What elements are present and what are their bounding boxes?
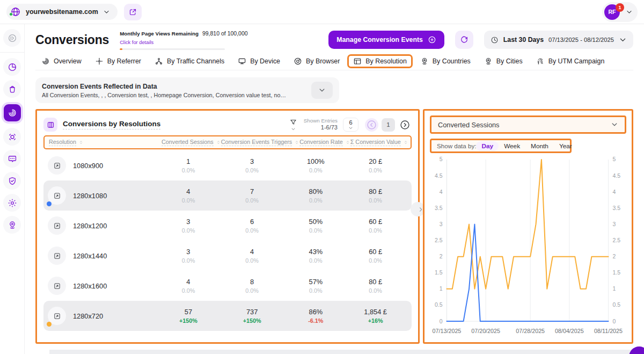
prev-page-button[interactable] bbox=[365, 118, 378, 132]
conversion-events-filter[interactable]: Conversion Events Reflected in Data All … bbox=[35, 77, 339, 103]
table-title: Conversions by Resolutions bbox=[63, 120, 160, 129]
chevron-down-icon bbox=[103, 9, 110, 16]
chevron-down-icon bbox=[318, 86, 326, 94]
tab-by-utm-campaign[interactable]: By UTM Campaign bbox=[530, 54, 611, 68]
tab-by-countries[interactable]: By Countries bbox=[414, 54, 477, 68]
website-selector[interactable]: yourwebsitename.com bbox=[6, 4, 118, 20]
tab-by-resolution[interactable]: By Resolution bbox=[347, 54, 412, 68]
table-row-1280x1440[interactable]: 1280x144030.0%40.0%43%0.0%60 £0.0% bbox=[43, 241, 412, 271]
next-page-button[interactable] bbox=[398, 118, 412, 132]
utm-icon bbox=[536, 57, 545, 66]
notification-badge: 1 bbox=[616, 3, 624, 12]
svg-text:3.5: 3.5 bbox=[613, 205, 621, 211]
date-range-picker[interactable]: Last 30 Days 07/13/2025 - 08/12/2025 bbox=[484, 31, 633, 49]
sidebar-item-shield-check[interactable] bbox=[3, 172, 21, 190]
pageviews-value: 99,810 of 100,000 bbox=[202, 30, 248, 37]
resize-icon bbox=[48, 156, 66, 175]
pageviews-widget: Monthly Page Views Remaining 99,810 of 1… bbox=[120, 30, 225, 50]
traffic-channels-icon bbox=[155, 57, 163, 66]
current-page[interactable]: 1 bbox=[382, 118, 395, 132]
expand-events-filter-button[interactable] bbox=[311, 82, 333, 99]
svg-text:3.5: 3.5 bbox=[435, 205, 443, 211]
sidebar-item-chat[interactable] bbox=[3, 150, 21, 168]
metric-change: 0.0% bbox=[216, 197, 288, 204]
metric-value: 6 bbox=[216, 218, 288, 226]
metric-change: 0.0% bbox=[216, 257, 288, 264]
sidebar-item-conversions-active[interactable] bbox=[2, 102, 23, 124]
table-body: 1080x90010.0%30.0%100%0.0%20 £0.0%1280x1… bbox=[43, 150, 412, 331]
sidebar-item-shopping-bag[interactable] bbox=[3, 80, 21, 98]
account-menu[interactable]: RF 1 bbox=[602, 2, 638, 22]
sort-icon bbox=[294, 140, 299, 145]
resize-icon bbox=[48, 247, 66, 265]
metric-change: +16% bbox=[343, 317, 407, 324]
table-row-1280x1200[interactable]: 1280x120030.0%60.0%50%0.0%60 £0.0% bbox=[43, 211, 412, 241]
column-header-converted-sessions[interactable]: Converted Sessions bbox=[162, 139, 221, 146]
sidebar-item-pie-chart[interactable] bbox=[3, 58, 21, 76]
page-size-select[interactable]: 6 bbox=[343, 118, 358, 132]
table-row-1280x1080[interactable]: 1280x108040.0%70.0%80%0.0%80 £0.0% bbox=[43, 180, 412, 211]
table-row-1280x720[interactable]: 1280x72057+150%737+150%86%-6.1%1,854 £+1… bbox=[43, 301, 412, 331]
metric-change: 0.0% bbox=[288, 287, 343, 294]
period-option-year[interactable]: Year bbox=[554, 141, 577, 151]
sidebar-item-collapse[interactable] bbox=[3, 29, 21, 47]
arrow-left-circle-icon bbox=[366, 119, 377, 131]
table-row-1280x1600[interactable]: 1280x160040.0%80.0%57%0.0%80 £0.0% bbox=[43, 271, 412, 301]
svg-text:4.5: 4.5 bbox=[613, 173, 621, 179]
overview-icon bbox=[41, 57, 50, 66]
pagination: 1 bbox=[365, 118, 412, 132]
open-website-button[interactable] bbox=[124, 4, 142, 20]
period-option-month[interactable]: Month bbox=[525, 141, 554, 151]
metric-change: 0.0% bbox=[288, 257, 343, 264]
column-header-conversion-events-triggers[interactable]: Conversion Events Triggers bbox=[221, 139, 300, 146]
pageviews-details-link[interactable]: Click for details bbox=[120, 40, 153, 45]
tab-by-browser[interactable]: By Browser bbox=[288, 54, 346, 68]
svg-text:4.5: 4.5 bbox=[435, 173, 443, 179]
metric-value: 60 £ bbox=[343, 248, 407, 256]
tab-by-cities[interactable]: By Cities bbox=[478, 54, 529, 68]
metric-cell: 60 £0.0% bbox=[343, 248, 407, 264]
sidebar-item-target[interactable] bbox=[3, 128, 21, 146]
sidebar-item-visitors[interactable] bbox=[3, 216, 21, 234]
refresh-button[interactable] bbox=[455, 31, 473, 49]
metric-value: 80 £ bbox=[343, 187, 407, 196]
manage-button-label: Manage Conversion Events bbox=[336, 36, 423, 44]
column-header-conversion-rate[interactable]: Conversion Rate bbox=[299, 139, 350, 146]
tab-by-traffic-channels[interactable]: By Traffic Channels bbox=[149, 54, 230, 68]
tab-by-device[interactable]: By Device bbox=[232, 54, 286, 68]
tab-label: By Countries bbox=[433, 57, 471, 65]
metric-select[interactable]: Converted Sessions bbox=[430, 115, 626, 134]
sort-icon bbox=[216, 140, 221, 145]
metric-value: 100% bbox=[288, 157, 343, 165]
metric-value: 57 bbox=[160, 308, 216, 316]
date-range-dates: 07/13/2025 - 08/12/2025 bbox=[548, 37, 614, 43]
metric-cell: 80 £0.0% bbox=[343, 278, 407, 294]
sidebar bbox=[0, 24, 25, 354]
column-header-resolution[interactable]: Resolution bbox=[49, 139, 162, 146]
topbar: yourwebsitename.com RF 1 bbox=[0, 0, 644, 24]
column-header--conversion-value[interactable]: Σ Conversion Value bbox=[350, 139, 408, 146]
tab-overview[interactable]: Overview bbox=[35, 54, 87, 68]
referrer-icon bbox=[95, 57, 104, 66]
resolution-cell: 1080x900 bbox=[48, 156, 160, 175]
tab-by-referrer[interactable]: By Referrer bbox=[89, 54, 147, 68]
target-icon bbox=[8, 132, 17, 142]
metric-value: 3 bbox=[216, 157, 288, 165]
filter-button[interactable] bbox=[289, 118, 297, 132]
table-row-1080x900[interactable]: 1080x90010.0%30.0%100%0.0%20 £0.0% bbox=[43, 150, 412, 180]
resolution-icon bbox=[353, 57, 362, 66]
metric-change: 0.0% bbox=[216, 227, 288, 234]
period-option-week[interactable]: Week bbox=[499, 141, 525, 151]
svg-text:3: 3 bbox=[440, 221, 443, 227]
website-name: yourwebsitename.com bbox=[26, 8, 98, 16]
sidebar-item-gear[interactable] bbox=[3, 194, 21, 212]
svg-text:4: 4 bbox=[440, 189, 443, 195]
main-content: Conversions Monthly Page Views Remaining… bbox=[25, 24, 644, 354]
metric-change: 0.0% bbox=[216, 287, 288, 294]
svg-text:1: 1 bbox=[613, 286, 616, 292]
period-option-day[interactable]: Day bbox=[476, 141, 499, 151]
manage-conversion-events-button[interactable]: Manage Conversion Events bbox=[328, 31, 444, 49]
metric-cell: 20 £0.0% bbox=[343, 157, 407, 174]
metric-change: 0.0% bbox=[343, 227, 407, 234]
resolution-label: 1080x900 bbox=[73, 162, 103, 170]
